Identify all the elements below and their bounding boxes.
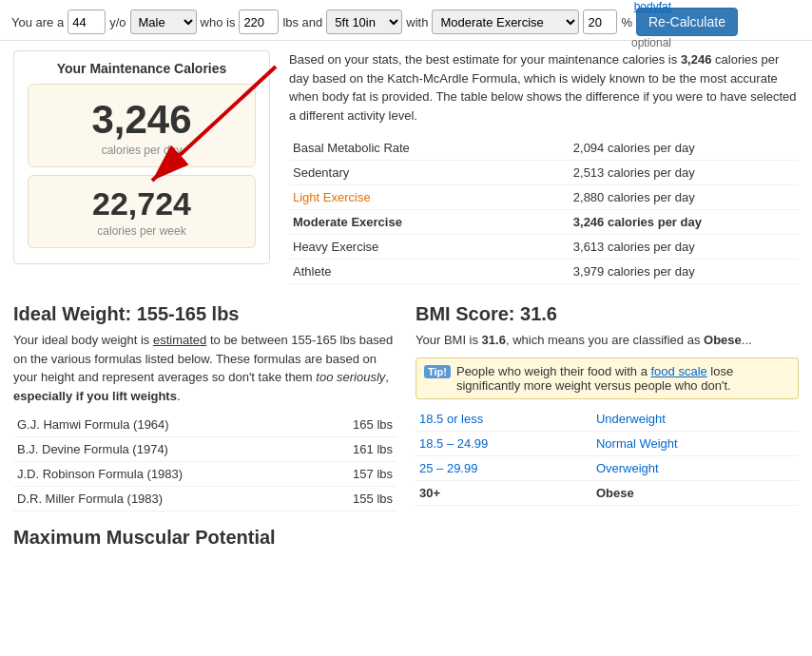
activity-value: 3,246 calories per day	[570, 210, 799, 235]
activity-label: Basal Metabolic Rate	[289, 136, 570, 161]
description-text: Based on your stats, the best estimate f…	[289, 50, 799, 125]
maximum-section: Maximum Muscular Potential	[0, 519, 812, 558]
bodyfat-input[interactable]	[583, 10, 617, 34]
food-scale-link[interactable]: food scale	[650, 364, 706, 378]
tip-box: Tip! People who weigh their food with a …	[416, 357, 799, 399]
left-panel: Your Maintenance Calories 3,246 calories…	[13, 50, 270, 284]
activity-select[interactable]: Sedentary Light Exercise Moderate Exerci…	[432, 10, 579, 34]
formula-row: D.R. Miller Formula (1983)155 lbs	[13, 487, 396, 511]
weight-unit-label: lbs and	[282, 15, 322, 29]
bmi-category-row: 18.5 or lessUnderweight	[416, 407, 799, 432]
bmi-category-label: Overweight	[592, 455, 799, 480]
weight-input[interactable]	[239, 10, 279, 34]
formula-value: 157 lbs	[314, 462, 396, 487]
maintenance-box: Your Maintenance Calories 3,246 calories…	[13, 50, 270, 264]
bmi-category-label: Underweight	[592, 407, 799, 432]
calories-per-week-value: 22,724	[38, 185, 245, 222]
bmi-category-row: 18.5 – 24.99Normal Weight	[416, 431, 799, 455]
with-label: with	[406, 15, 428, 29]
tip-badge: Tip!	[424, 365, 451, 378]
tip-text: People who weigh their food with a food …	[456, 364, 790, 393]
who-is-label: who is	[201, 15, 236, 29]
optional-label: optional	[631, 36, 671, 49]
activity-value: 2,880 calories per day	[570, 185, 799, 210]
bmi-category-row: 25 – 29.99Overweight	[416, 455, 799, 480]
age-input[interactable]	[68, 10, 106, 34]
bottom-section: Ideal Weight: 155-165 lbs Your ideal bod…	[0, 294, 812, 519]
calories-per-week-label: calories per week	[38, 224, 245, 238]
activity-table-row: Heavy Exercise3,613 calories per day	[289, 235, 799, 260]
max-title: Maximum Muscular Potential	[13, 527, 799, 549]
activity-table-row: Light Exercise2,880 calories per day	[289, 185, 799, 210]
formula-row: B.J. Devine Formula (1974)161 lbs	[13, 437, 396, 462]
prefix-label: You are a	[11, 15, 64, 29]
formula-value: 161 lbs	[314, 437, 396, 462]
bmi-table: 18.5 or lessUnderweight18.5 – 24.99Norma…	[416, 407, 799, 506]
activity-value: 3,979 calories per day	[570, 260, 799, 284]
bmi-title: BMI Score: 31.6	[416, 303, 799, 325]
age-unit-label: y/o	[109, 15, 126, 29]
bmi-range: 25 – 29.99	[416, 455, 592, 480]
formula-value: 155 lbs	[314, 487, 396, 511]
formula-row: J.D. Robinson Formula (1983)157 lbs	[13, 462, 396, 487]
bmi-category-label: Normal Weight	[592, 431, 799, 455]
activity-label: Sedentary	[289, 161, 570, 185]
calories-per-day-label: calories per day	[38, 144, 245, 157]
activity-table: Basal Metabolic Rate2,094 calories per d…	[289, 136, 799, 284]
activity-value: 2,513 calories per day	[570, 161, 799, 185]
activity-table-row: Moderate Exercise3,246 calories per day	[289, 210, 799, 235]
activity-value: 2,094 calories per day	[570, 136, 799, 161]
height-select[interactable]: 5ft 10in 5ft 9in 5ft 11in	[326, 10, 402, 34]
bmi-category-label: Obese	[592, 480, 799, 505]
formula-name: D.R. Miller Formula (1983)	[13, 487, 314, 511]
inputs-row: You are a y/o Male Female who is lbs and…	[11, 8, 801, 36]
ideal-weight-body: Your ideal body weight is estimated to b…	[13, 331, 396, 405]
activity-table-row: Sedentary2,513 calories per day	[289, 161, 799, 185]
bmi-body: Your BMI is 31.6, which means you are cl…	[416, 331, 799, 350]
bmi-range: 30+	[416, 480, 592, 505]
bodyfat-link[interactable]: bodyfat	[634, 0, 671, 13]
bmi-section: BMI Score: 31.6 Your BMI is 31.6, which …	[416, 303, 799, 519]
formula-name: B.J. Devine Formula (1974)	[13, 437, 314, 462]
top-bar: You are a y/o Male Female who is lbs and…	[0, 0, 812, 41]
formula-name: J.D. Robinson Formula (1983)	[13, 462, 314, 487]
percent-label: %	[621, 15, 632, 29]
activity-label: Heavy Exercise	[289, 235, 570, 260]
activity-value: 3,613 calories per day	[570, 235, 799, 260]
formulas-table: G.J. Hamwi Formula (1964)165 lbsB.J. Dev…	[13, 413, 396, 511]
main-content: Your Maintenance Calories 3,246 calories…	[0, 41, 812, 294]
activity-label: Light Exercise	[289, 185, 570, 210]
maintenance-title: Your Maintenance Calories	[28, 61, 256, 76]
calories-per-week-card: 22,724 calories per week	[28, 175, 256, 248]
bmi-range: 18.5 – 24.99	[416, 431, 592, 455]
formula-name: G.J. Hamwi Formula (1964)	[13, 413, 314, 437]
formula-row: G.J. Hamwi Formula (1964)165 lbs	[13, 413, 396, 437]
ideal-weight-title: Ideal Weight: 155-165 lbs	[13, 303, 396, 325]
activity-label: Athlete	[289, 260, 570, 284]
activity-table-row: Athlete3,979 calories per day	[289, 260, 799, 284]
calories-per-day-value: 3,246	[38, 98, 245, 142]
bmi-range: 18.5 or less	[416, 407, 592, 432]
activity-label: Moderate Exercise	[289, 210, 570, 235]
activity-table-row: Basal Metabolic Rate2,094 calories per d…	[289, 136, 799, 161]
bmi-category-row: 30+Obese	[416, 480, 799, 505]
gender-select[interactable]: Male Female	[130, 10, 197, 34]
calories-per-day-card: 3,246 calories per day	[28, 84, 256, 167]
ideal-weight-section: Ideal Weight: 155-165 lbs Your ideal bod…	[13, 303, 396, 519]
right-panel: Based on your stats, the best estimate f…	[289, 50, 799, 284]
formula-value: 165 lbs	[314, 413, 396, 437]
